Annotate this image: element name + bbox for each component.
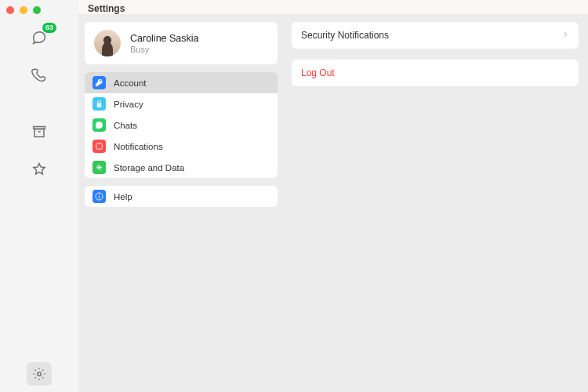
settings-list-pane: Caroline Saskia Busy Account Privacy: [78, 14, 284, 392]
row-logout[interactable]: Log Out: [292, 60, 579, 86]
rail-archive[interactable]: [28, 121, 50, 143]
menu-notifications[interactable]: Notifications: [85, 136, 278, 157]
page-title-bar: Settings: [78, 0, 588, 14]
menu-storage[interactable]: Storage and Data: [85, 157, 278, 178]
row-label: Log Out: [301, 67, 335, 78]
window-controls: [0, 0, 78, 14]
svg-rect-4: [99, 194, 100, 195]
fullscreen-window-button[interactable]: [33, 6, 41, 14]
profile-status: Busy: [130, 45, 199, 54]
gear-icon: [32, 367, 46, 381]
whatsapp-icon: [93, 118, 106, 132]
detail-group-security: Security Notifications: [292, 22, 579, 49]
key-icon: [93, 76, 106, 89]
close-window-button[interactable]: [6, 6, 14, 14]
arrows-icon: [93, 161, 106, 174]
svg-point-0: [38, 372, 42, 376]
rail-settings[interactable]: [27, 362, 52, 386]
archive-icon: [31, 123, 48, 140]
navigation-rail: 63: [0, 14, 78, 392]
star-icon: [31, 161, 48, 178]
avatar: [94, 30, 121, 56]
svg-rect-1: [96, 143, 102, 149]
phone-icon: [31, 67, 48, 84]
profile-card[interactable]: Caroline Saskia Busy: [85, 22, 278, 64]
bell-box-icon: [93, 140, 106, 153]
menu-label: Privacy: [114, 100, 143, 109]
row-security-notifications[interactable]: Security Notifications: [292, 22, 579, 49]
menu-label: Notifications: [114, 142, 163, 151]
chevron-right-icon: [561, 30, 569, 41]
minimize-window-button[interactable]: [20, 6, 27, 14]
detail-group-logout: Log Out: [292, 60, 579, 86]
menu-label: Storage and Data: [114, 163, 184, 172]
row-label: Security Notifications: [301, 30, 389, 41]
detail-pane: Security Notifications Log Out: [284, 14, 588, 392]
rail-starred[interactable]: [28, 158, 50, 180]
menu-label: Account: [114, 78, 147, 88]
settings-menu-help: Help: [85, 186, 278, 207]
lock-icon: [93, 97, 106, 111]
menu-chats[interactable]: Chats: [85, 114, 278, 136]
svg-rect-3: [99, 196, 100, 198]
menu-privacy[interactable]: Privacy: [85, 93, 278, 114]
menu-label: Chats: [114, 121, 137, 130]
info-icon: [93, 190, 106, 203]
rail-calls[interactable]: [28, 64, 50, 86]
menu-label: Help: [114, 192, 132, 201]
profile-name: Caroline Saskia: [130, 33, 199, 44]
menu-help[interactable]: Help: [85, 186, 278, 207]
menu-account[interactable]: Account: [85, 72, 278, 93]
rail-chats[interactable]: 63: [28, 27, 50, 49]
settings-menu-main: Account Privacy Chats: [85, 72, 278, 178]
unread-badge: 63: [42, 23, 56, 33]
page-title: Settings: [88, 3, 125, 14]
